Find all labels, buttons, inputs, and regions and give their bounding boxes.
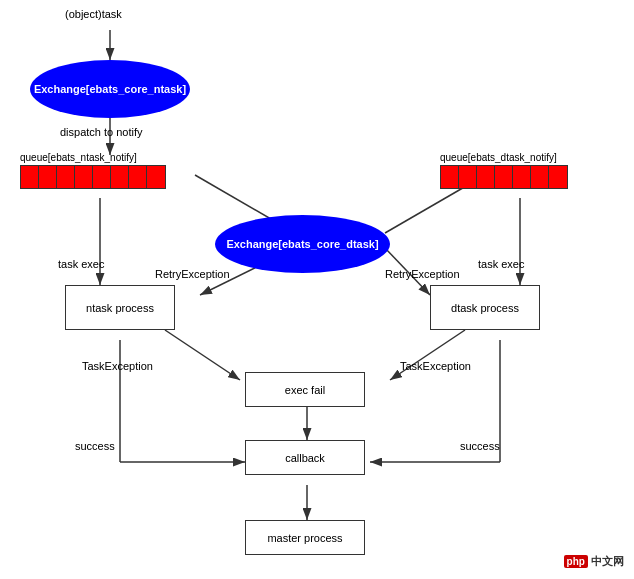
svg-line-10 [165, 330, 240, 380]
queue-ntask-bar [20, 165, 166, 189]
queue-dtask-cell-6 [531, 166, 549, 188]
dtask-process-node: dtask process [430, 285, 540, 330]
watermark-suffix: 中文网 [591, 555, 624, 567]
queue-dtask-cell-3 [477, 166, 495, 188]
object-task-label: (object)task [65, 8, 122, 20]
exchange-dtask-node: Exchange[ebats_core_dtask] [215, 215, 390, 273]
success-left-label: success [75, 440, 115, 452]
watermark: php 中文网 [564, 554, 624, 569]
ntask-process-node: ntask process [65, 285, 175, 330]
queue-dtask-label: queue[ebats_dtask_notify] [440, 152, 568, 163]
svg-line-11 [390, 330, 465, 380]
queue-ntask-cell-1 [21, 166, 39, 188]
callback-node: callback [245, 440, 365, 475]
diagram: (object)task Exchange[ebats_core_ntask] … [0, 0, 634, 579]
queue-dtask-container: queue[ebats_dtask_notify] [440, 152, 568, 189]
queue-ntask-cell-6 [111, 166, 129, 188]
queue-ntask-cell-2 [39, 166, 57, 188]
exec-fail-node: exec fail [245, 372, 365, 407]
dispatch-label: dispatch to notify [60, 126, 143, 138]
queue-dtask-bar [440, 165, 568, 189]
task-exception-right-label: TaskException [400, 360, 471, 372]
queue-ntask-label: queue[ebats_ntask_notify] [20, 152, 166, 163]
success-right-label: success [460, 440, 500, 452]
retry-right-label: RetryException [385, 268, 460, 280]
master-process-node: master process [245, 520, 365, 555]
queue-ntask-cell-7 [129, 166, 147, 188]
queue-ntask-cell-3 [57, 166, 75, 188]
exchange-ntask-node: Exchange[ebats_core_ntask] [30, 60, 190, 118]
queue-ntask-container: queue[ebats_ntask_notify] [20, 152, 166, 189]
queue-dtask-cell-1 [441, 166, 459, 188]
queue-dtask-cell-4 [495, 166, 513, 188]
queue-ntask-cell-4 [75, 166, 93, 188]
queue-dtask-cell-2 [459, 166, 477, 188]
watermark-prefix: php [564, 555, 588, 568]
task-exec-right-label: task exec [478, 258, 524, 270]
task-exec-left-label: task exec [58, 258, 104, 270]
queue-ntask-cell-5 [93, 166, 111, 188]
retry-left-label: RetryException [155, 268, 230, 280]
queue-dtask-cell-7 [549, 166, 567, 188]
queue-ntask-cell-8 [147, 166, 165, 188]
queue-dtask-cell-5 [513, 166, 531, 188]
task-exception-left-label: TaskException [82, 360, 153, 372]
